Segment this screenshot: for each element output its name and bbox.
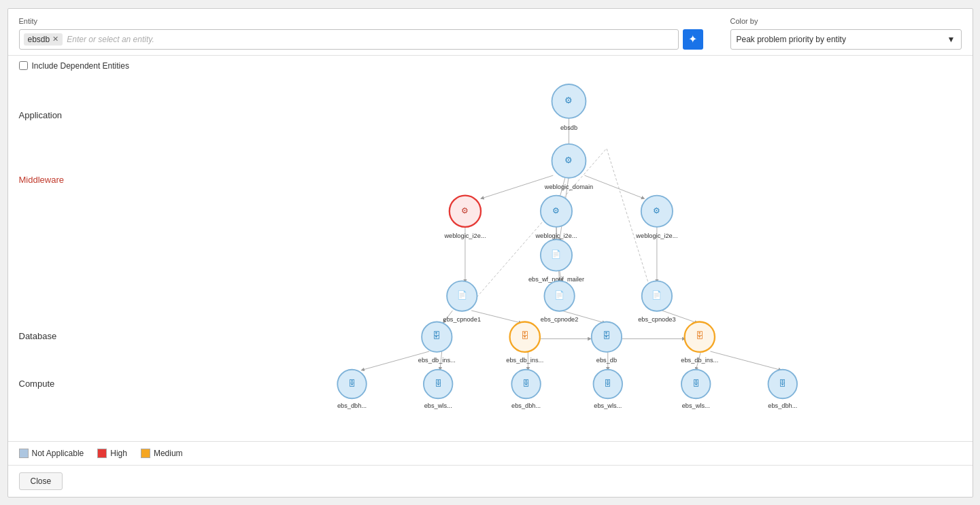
dropdown-arrow-icon: ▼: [947, 35, 956, 44]
node-weblogic-domain[interactable]: ⚙ weblogic_domain: [543, 143, 592, 190]
svg-text:ebs_db: ebs_db: [596, 356, 616, 363]
node-ebs-cpnode3[interactable]: 📄 ebs_cpnode3: [638, 281, 675, 322]
topology-graph: ⚙ ebsdb ⚙ weblogic_domain ⚙ weblogic_i2e…: [90, 76, 973, 409]
svg-text:ebs_cpnode1: ebs_cpnode1: [443, 315, 480, 322]
node-ebs-dbh-3[interactable]: 🗄 ebs_dbh...: [768, 369, 797, 408]
color-by-dropdown[interactable]: Peak problem priority by entity ▼: [730, 29, 962, 50]
svg-text:🗄: 🗄: [602, 331, 610, 341]
svg-text:⚙: ⚙: [653, 205, 660, 215]
star-button[interactable]: ✦: [683, 29, 703, 50]
node-ebs-cpnode1[interactable]: 📄 ebs_cpnode1: [443, 281, 480, 322]
compute-label: Compute: [19, 379, 55, 389]
svg-text:weblogic_i2e...: weblogic_i2e...: [443, 232, 486, 239]
svg-text:⚙: ⚙: [552, 205, 560, 215]
svg-text:🗄: 🗄: [779, 379, 786, 387]
close-button[interactable]: Close: [19, 472, 63, 490]
not-applicable-color-box: [19, 449, 29, 458]
svg-text:🗄: 🗄: [692, 379, 699, 387]
svg-text:🗄: 🗄: [434, 379, 441, 387]
graph-area: ⚙ ebsdb ⚙ weblogic_domain ⚙ weblogic_i2e…: [90, 76, 973, 441]
entity-section: Entity ebsdb ✕ Enter or select an entity…: [19, 17, 703, 50]
node-weblogic-i2e-3[interactable]: ⚙ weblogic_i2e...: [635, 195, 677, 239]
color-by-section: Color by Peak problem priority by entity…: [730, 17, 962, 50]
main-content: Application Middleware Database Compute: [8, 76, 973, 441]
entity-label: Entity: [19, 17, 703, 25]
svg-text:🗄: 🗄: [604, 379, 611, 387]
layer-labels: Application Middleware Database Compute: [8, 76, 90, 441]
color-by-label: Color by: [730, 17, 962, 25]
svg-text:ebs_db_ins...: ebs_db_ins...: [506, 356, 543, 363]
svg-text:📄: 📄: [551, 249, 561, 259]
svg-text:ebs_wls...: ebs_wls...: [424, 402, 452, 409]
entity-input-row[interactable]: ebsdb ✕ Enter or select an entity.: [19, 29, 679, 50]
medium-label: Medium: [154, 449, 183, 458]
database-label: Database: [19, 331, 57, 341]
svg-text:ebsdb: ebsdb: [560, 124, 577, 130]
svg-text:ebs_wls...: ebs_wls...: [681, 402, 709, 409]
high-label: High: [110, 449, 127, 458]
not-applicable-label: Not Applicable: [32, 449, 84, 458]
svg-text:📄: 📄: [652, 290, 662, 300]
include-dependent-checkbox[interactable]: [19, 61, 28, 70]
node-ebsdb[interactable]: ⚙ ebsdb: [552, 84, 586, 131]
node-ebs-wls-2[interactable]: 🗄 ebs_wls...: [593, 369, 622, 408]
star-icon: ✦: [688, 33, 697, 46]
medium-color-box: [141, 449, 150, 458]
svg-text:ebs_db_ins...: ebs_db_ins...: [418, 356, 455, 363]
legend-high: High: [97, 449, 127, 458]
node-ebs-wls-3[interactable]: 🗄 ebs_wls...: [681, 369, 710, 408]
svg-text:ebs_dbh...: ebs_dbh...: [511, 402, 541, 409]
entity-placeholder: Enter or select an entity.: [67, 35, 154, 44]
svg-text:⚙: ⚙: [564, 94, 573, 105]
svg-line-21: [710, 351, 781, 370]
high-color-box: [97, 449, 107, 458]
entity-tag[interactable]: ebsdb ✕: [24, 33, 63, 46]
svg-text:📄: 📄: [554, 290, 564, 300]
node-ebs-wls-1[interactable]: 🗄 ebs_wls...: [423, 369, 452, 408]
node-weblogic-i2e-1[interactable]: ⚙ weblogic_i2e...: [443, 195, 486, 239]
node-ebs-cpnode2[interactable]: 📄 ebs_cpnode2: [540, 281, 577, 322]
svg-text:🗄: 🗄: [522, 379, 530, 387]
svg-text:weblogic_i2e...: weblogic_i2e...: [535, 232, 577, 239]
include-dependent-label: Include Dependent Entities: [32, 61, 129, 71]
color-by-value: Peak problem priority by entity: [737, 35, 846, 44]
legend-medium: Medium: [141, 449, 183, 458]
application-label: Application: [19, 110, 63, 120]
svg-text:ebs_dbh...: ebs_dbh...: [768, 402, 797, 409]
svg-text:ebs_cpnode2: ebs_cpnode2: [540, 315, 577, 322]
node-ebs-db[interactable]: 🗄 ebs_db: [591, 321, 621, 363]
middleware-label: Middleware: [19, 175, 64, 185]
svg-text:ebs_db_ins...: ebs_db_ins...: [681, 356, 718, 363]
node-ebs-dbh-1[interactable]: 🗄 ebs_dbh...: [337, 369, 366, 408]
svg-line-3: [584, 175, 644, 198]
entity-tag-text: ebsdb: [28, 35, 50, 44]
svg-text:📄: 📄: [456, 290, 467, 300]
svg-text:🗄: 🗄: [695, 331, 703, 341]
node-ebs-wf-notif[interactable]: 📄 ebs_wf_notif_mailer: [528, 239, 584, 283]
node-ebs-dbh-2[interactable]: 🗄 ebs_dbh...: [511, 369, 541, 408]
svg-text:ebs_dbh...: ebs_dbh...: [337, 402, 366, 409]
node-ebs-db-ins-2[interactable]: 🗄 ebs_db_ins...: [506, 321, 543, 363]
top-bar: Entity ebsdb ✕ Enter or select an entity…: [8, 9, 973, 56]
checkbox-row: Include Dependent Entities: [8, 56, 973, 76]
svg-text:⚙: ⚙: [461, 205, 469, 215]
node-ebs-db-ins-1[interactable]: 🗄 ebs_db_ins...: [418, 321, 455, 363]
main-modal: Entity ebsdb ✕ Enter or select an entity…: [7, 8, 973, 498]
svg-text:🗄: 🗄: [348, 379, 356, 387]
svg-text:weblogic_i2e...: weblogic_i2e...: [635, 232, 677, 239]
svg-text:⚙: ⚙: [564, 154, 573, 164]
svg-text:weblogic_domain: weblogic_domain: [543, 184, 592, 190]
svg-text:🗄: 🗄: [433, 331, 441, 341]
svg-text:ebs_cpnode3: ebs_cpnode3: [638, 315, 675, 322]
entity-tag-close[interactable]: ✕: [52, 35, 58, 43]
svg-text:ebs_wls...: ebs_wls...: [594, 402, 622, 409]
legend-not-applicable: Not Applicable: [19, 449, 84, 458]
svg-line-1: [481, 175, 553, 198]
legend-bar: Not Applicable High Medium: [8, 441, 973, 465]
node-weblogic-i2e-2[interactable]: ⚙ weblogic_i2e...: [535, 195, 577, 239]
footer-bar: Close: [8, 465, 973, 497]
node-ebs-db-ins-3[interactable]: 🗄 ebs_db_ins...: [681, 321, 718, 363]
svg-text:🗄: 🗄: [520, 331, 528, 341]
